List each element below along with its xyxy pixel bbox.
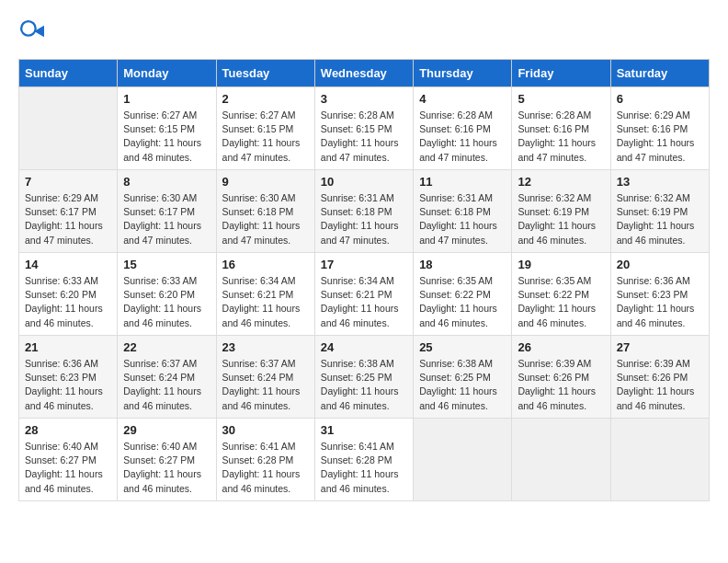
day-number: 26 [518,340,604,354]
day-number: 20 [617,258,703,271]
calendar-cell: 1Sunrise: 6:27 AMSunset: 6:15 PMDaylight… [118,87,216,170]
calendar-cell: 20Sunrise: 6:36 AMSunset: 6:23 PMDayligh… [610,253,709,336]
day-number: 31 [321,423,407,437]
day-number: 19 [518,258,604,271]
header-cell-friday: Friday [512,60,610,87]
calendar-week-row: 7Sunrise: 6:29 AMSunset: 6:17 PMDaylight… [19,170,710,253]
day-number: 11 [419,175,506,189]
day-number: 8 [123,175,210,189]
calendar-cell: 5Sunrise: 6:28 AMSunset: 6:16 PMDaylight… [512,87,610,170]
header-cell-wednesday: Wednesday [314,60,413,87]
day-number: 23 [222,340,309,354]
day-number: 2 [222,92,309,106]
day-number: 14 [25,258,111,271]
cell-info: Sunrise: 6:29 AMSunset: 6:17 PMDaylight:… [25,191,111,247]
page-header [18,18,710,44]
calendar-cell: 28Sunrise: 6:40 AMSunset: 6:27 PMDayligh… [19,419,118,501]
calendar-cell: 19Sunrise: 6:35 AMSunset: 6:22 PMDayligh… [512,253,610,336]
calendar-cell: 9Sunrise: 6:30 AMSunset: 6:18 PMDaylight… [216,170,314,253]
day-number: 17 [321,258,407,271]
calendar-cell: 15Sunrise: 6:33 AMSunset: 6:20 PMDayligh… [118,253,216,336]
cell-info: Sunrise: 6:37 AMSunset: 6:24 PMDaylight:… [222,357,309,413]
calendar-table: SundayMondayTuesdayWednesdayThursdayFrid… [18,59,710,501]
calendar-week-row: 28Sunrise: 6:40 AMSunset: 6:27 PMDayligh… [19,419,710,501]
calendar-cell: 8Sunrise: 6:30 AMSunset: 6:17 PMDaylight… [118,170,216,253]
calendar-cell [512,419,610,501]
day-number: 9 [222,175,309,189]
calendar-cell: 7Sunrise: 6:29 AMSunset: 6:17 PMDaylight… [19,170,118,253]
calendar-cell: 12Sunrise: 6:32 AMSunset: 6:19 PMDayligh… [512,170,610,253]
day-number: 7 [25,175,111,189]
calendar-cell: 2Sunrise: 6:27 AMSunset: 6:15 PMDaylight… [216,87,314,170]
calendar-week-row: 1Sunrise: 6:27 AMSunset: 6:15 PMDaylight… [19,87,710,170]
cell-info: Sunrise: 6:32 AMSunset: 6:19 PMDaylight:… [518,191,604,247]
cell-info: Sunrise: 6:36 AMSunset: 6:23 PMDaylight:… [25,357,111,413]
day-number: 27 [617,340,703,354]
day-number: 25 [419,340,506,354]
calendar-cell: 22Sunrise: 6:37 AMSunset: 6:24 PMDayligh… [118,336,216,419]
header-cell-saturday: Saturday [610,60,709,87]
logo-icon [18,18,44,44]
calendar-cell: 23Sunrise: 6:37 AMSunset: 6:24 PMDayligh… [216,336,314,419]
calendar-cell: 10Sunrise: 6:31 AMSunset: 6:18 PMDayligh… [314,170,413,253]
cell-info: Sunrise: 6:28 AMSunset: 6:16 PMDaylight:… [518,109,604,165]
day-number: 16 [222,258,309,271]
calendar-cell: 21Sunrise: 6:36 AMSunset: 6:23 PMDayligh… [19,336,118,419]
day-number: 6 [617,92,703,106]
cell-info: Sunrise: 6:33 AMSunset: 6:20 PMDaylight:… [25,274,111,330]
logo [18,18,48,44]
cell-info: Sunrise: 6:28 AMSunset: 6:15 PMDaylight:… [321,109,407,165]
cell-info: Sunrise: 6:30 AMSunset: 6:17 PMDaylight:… [123,191,210,247]
header-cell-thursday: Thursday [414,60,512,87]
day-number: 30 [222,423,309,437]
calendar-cell: 4Sunrise: 6:28 AMSunset: 6:16 PMDaylight… [414,87,512,170]
calendar-cell: 16Sunrise: 6:34 AMSunset: 6:21 PMDayligh… [216,253,314,336]
calendar-cell [610,419,709,501]
calendar-cell: 17Sunrise: 6:34 AMSunset: 6:21 PMDayligh… [314,253,413,336]
cell-info: Sunrise: 6:41 AMSunset: 6:28 PMDaylight:… [321,440,407,496]
cell-info: Sunrise: 6:32 AMSunset: 6:19 PMDaylight:… [617,191,703,247]
cell-info: Sunrise: 6:39 AMSunset: 6:26 PMDaylight:… [518,357,604,413]
calendar-cell: 11Sunrise: 6:31 AMSunset: 6:18 PMDayligh… [414,170,512,253]
day-number: 15 [123,258,210,271]
cell-info: Sunrise: 6:34 AMSunset: 6:21 PMDaylight:… [222,274,309,330]
calendar-cell: 29Sunrise: 6:40 AMSunset: 6:27 PMDayligh… [118,419,216,501]
cell-info: Sunrise: 6:34 AMSunset: 6:21 PMDaylight:… [321,274,407,330]
header-cell-monday: Monday [118,60,216,87]
cell-info: Sunrise: 6:35 AMSunset: 6:22 PMDaylight:… [518,274,604,330]
day-number: 22 [123,340,210,354]
header-cell-sunday: Sunday [19,60,118,87]
day-number: 3 [321,92,407,106]
day-number: 5 [518,92,604,106]
day-number: 10 [321,175,407,189]
day-number: 12 [518,175,604,189]
cell-info: Sunrise: 6:33 AMSunset: 6:20 PMDaylight:… [123,274,210,330]
cell-info: Sunrise: 6:31 AMSunset: 6:18 PMDaylight:… [419,191,506,247]
calendar-cell: 27Sunrise: 6:39 AMSunset: 6:26 PMDayligh… [610,336,709,419]
cell-info: Sunrise: 6:29 AMSunset: 6:16 PMDaylight:… [617,109,703,165]
cell-info: Sunrise: 6:38 AMSunset: 6:25 PMDaylight:… [321,357,407,413]
day-number: 21 [25,340,111,354]
svg-point-0 [21,21,36,36]
calendar-cell: 30Sunrise: 6:41 AMSunset: 6:28 PMDayligh… [216,419,314,501]
day-number: 13 [617,175,703,189]
day-number: 29 [123,423,210,437]
calendar-week-row: 14Sunrise: 6:33 AMSunset: 6:20 PMDayligh… [19,253,710,336]
day-number: 28 [25,423,111,437]
calendar-cell: 24Sunrise: 6:38 AMSunset: 6:25 PMDayligh… [314,336,413,419]
calendar-cell: 3Sunrise: 6:28 AMSunset: 6:15 PMDaylight… [314,87,413,170]
calendar-cell: 6Sunrise: 6:29 AMSunset: 6:16 PMDaylight… [610,87,709,170]
cell-info: Sunrise: 6:31 AMSunset: 6:18 PMDaylight:… [321,191,407,247]
cell-info: Sunrise: 6:35 AMSunset: 6:22 PMDaylight:… [419,274,506,330]
calendar-cell: 26Sunrise: 6:39 AMSunset: 6:26 PMDayligh… [512,336,610,419]
cell-info: Sunrise: 6:40 AMSunset: 6:27 PMDaylight:… [25,440,111,496]
calendar-cell: 25Sunrise: 6:38 AMSunset: 6:25 PMDayligh… [414,336,512,419]
calendar-cell: 14Sunrise: 6:33 AMSunset: 6:20 PMDayligh… [19,253,118,336]
calendar-cell: 18Sunrise: 6:35 AMSunset: 6:22 PMDayligh… [414,253,512,336]
cell-info: Sunrise: 6:38 AMSunset: 6:25 PMDaylight:… [419,357,506,413]
day-number: 4 [419,92,506,106]
cell-info: Sunrise: 6:27 AMSunset: 6:15 PMDaylight:… [222,109,309,165]
calendar-cell [19,87,118,170]
cell-info: Sunrise: 6:41 AMSunset: 6:28 PMDaylight:… [222,440,309,496]
calendar-week-row: 21Sunrise: 6:36 AMSunset: 6:23 PMDayligh… [19,336,710,419]
